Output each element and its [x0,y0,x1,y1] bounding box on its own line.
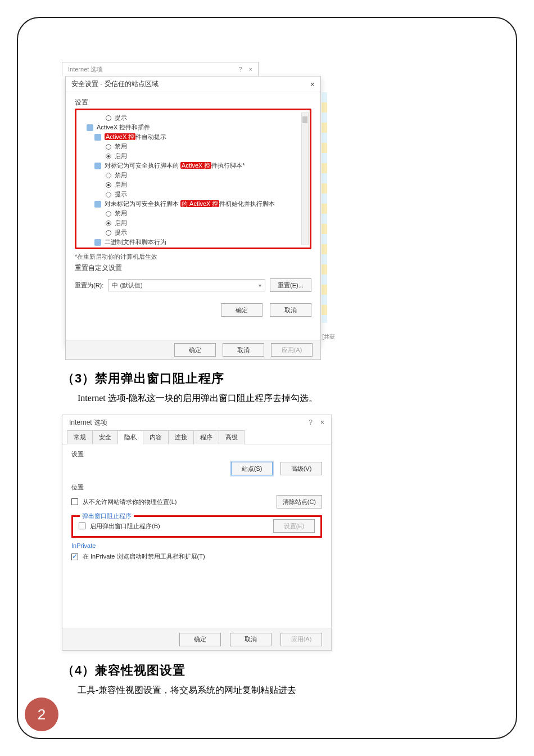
dialog-footer: 确定 取消 应用(A) [62,628,331,650]
radio-enable[interactable]: 启用 [87,181,305,189]
radio-enable[interactable]: 启用 [87,152,305,160]
popup-blocker-label: 启用弹出窗口阻止程序(B) [90,522,160,530]
settings-label: 设置 [71,450,322,458]
radio-admin[interactable]: 管理员认可 [87,248,305,249]
popup-blocker-checkbox[interactable] [79,523,85,529]
section3-heading: （3）禁用弹出窗口阻止程序 [62,370,489,387]
radio-prompt[interactable]: 提示 [87,228,305,237]
tab-privacy[interactable]: 隐私 [117,430,143,444]
security-settings-title: 安全设置 - 受信任的站点区域 [71,79,159,89]
clear-sites-button[interactable]: 清除站点(C) [277,495,322,508]
cancel-button[interactable]: 取消 [230,633,271,646]
section3-paragraph: Internet 选项-隐私这一块的启用弹出窗口阻止程序去掉勾选。 [78,390,489,406]
location-checkbox[interactable] [71,498,78,505]
tab-programs[interactable]: 程序 [193,430,219,444]
cancel-button[interactable]: 取消 [223,343,264,357]
close-icon[interactable]: × [310,80,315,89]
category-icon [87,124,93,131]
help-icon[interactable]: ? [309,418,313,426]
reset-button[interactable]: 重置(E)... [270,278,311,292]
radio-disable[interactable]: 禁用 [87,171,305,179]
sites-button[interactable]: 站点(S) [231,462,273,475]
location-checkbox-label: 从不允许网站请求你的物理位置(L) [83,498,177,506]
background-window-sliver [322,92,327,323]
page-number-badge: 2 [25,698,58,731]
popup-settings-button[interactable]: 设置(E) [273,519,315,533]
category-icon [94,163,101,169]
category-icon [94,201,101,208]
reset-label: 重置为(R): [75,281,103,290]
advanced-button[interactable]: 高级(V) [280,462,322,475]
tab-advanced[interactable]: 高级 [219,430,245,444]
tab-general[interactable]: 常规 [67,430,93,444]
inprivate-checkbox-label: 在 InPrivate 浏览启动时禁用工具栏和扩展(T) [83,552,205,561]
settings-tree: 提示 ActiveX 控件和插件 ActiveX 控件自动提示 禁用 启用 对标… [75,109,311,249]
popup-blocker-group: 弹出窗口阻止程序 启用弹出窗口阻止程序(B) 设置(E) [71,515,322,538]
reset-heading: 重置自定义设置 [75,263,311,273]
radio-disable[interactable]: 禁用 [87,209,305,218]
tree-item-marked-safe: 对标记为可安全执行脚本的 ActiveX 控件执行脚本* [87,161,305,170]
location-label: 位置 [71,483,322,492]
security-settings-dialog: 安全设置 - 受信任的站点区域 × 设置 提示 ActiveX 控件和插件 Ac… [65,76,321,346]
help-icon[interactable]: ? [238,66,242,73]
tab-content[interactable]: 内容 [143,430,169,444]
security-settings-titlebar: 安全设置 - 受信任的站点区域 × [66,76,320,92]
tree-item[interactable]: 提示 [87,114,305,122]
radio-enable[interactable]: 启用 [87,219,305,227]
internet-options-titlebar: Internet 选项 ? × [62,62,259,76]
tree-group-activex: ActiveX 控件和插件 [87,123,305,132]
ok-button[interactable]: 确定 [174,343,216,357]
tree-item-binary: 二进制文件和脚本行为 [87,238,305,246]
category-icon [94,134,101,141]
tabs: 常规 安全 隐私 内容 连接 程序 高级 [62,430,331,444]
close-icon[interactable]: × [249,66,252,73]
cancel-button[interactable]: 取消 [270,303,311,317]
ok-button[interactable]: 确定 [221,303,263,317]
chevron-down-icon: ▾ [259,282,261,289]
background-text: [共获 [322,333,335,341]
security-settings-screenshot: Internet 选项 ? × 安全设置 - 受信任的站点区域 × 设置 提示 … [62,62,326,360]
select-value: 中 (默认值) [112,281,142,290]
dialog-title: Internet 选项 [69,418,107,428]
scrollbar[interactable] [301,112,309,245]
tree-item-autoprompt: ActiveX 控件自动提示 [87,133,305,141]
ok-button[interactable]: 确定 [179,633,221,646]
apply-button[interactable]: 应用(A) [280,633,322,646]
section4-heading: （4）兼容性视图设置 [62,662,489,679]
tab-connections[interactable]: 连接 [168,430,194,444]
popup-blocker-legend: 弹出窗口阻止程序 [80,512,134,520]
tab-security[interactable]: 安全 [92,430,118,444]
tree-item-unmarked: 对未标记为可安全执行脚本 的 ActiveX 控件初始化并执行脚本 [87,200,305,208]
radio-prompt[interactable]: 提示 [87,190,305,199]
inprivate-label: InPrivate [71,542,322,549]
settings-group-label: 设置 [75,98,311,107]
restart-note: *在重新启动你的计算机后生效 [75,253,311,261]
internet-options-title: Internet 选项 [68,65,103,74]
inprivate-checkbox[interactable] [71,554,78,560]
internet-options-footer: 确定 取消 应用(A) [65,340,321,360]
radio-disable[interactable]: 禁用 [87,142,305,151]
internet-options-titlebar: Internet 选项 ? × [62,415,331,430]
reset-level-select[interactable]: 中 (默认值) ▾ [108,279,265,291]
close-icon[interactable]: × [320,418,324,426]
apply-button[interactable]: 应用(A) [271,343,313,357]
category-icon [94,239,101,246]
internet-options-privacy-screenshot: Internet 选项 ? × 常规 安全 隐私 内容 连接 程序 高级 设置 … [62,415,332,651]
section4-paragraph: 工具-兼容性视图设置，将交易系统的网址复制粘贴进去 [78,682,489,698]
